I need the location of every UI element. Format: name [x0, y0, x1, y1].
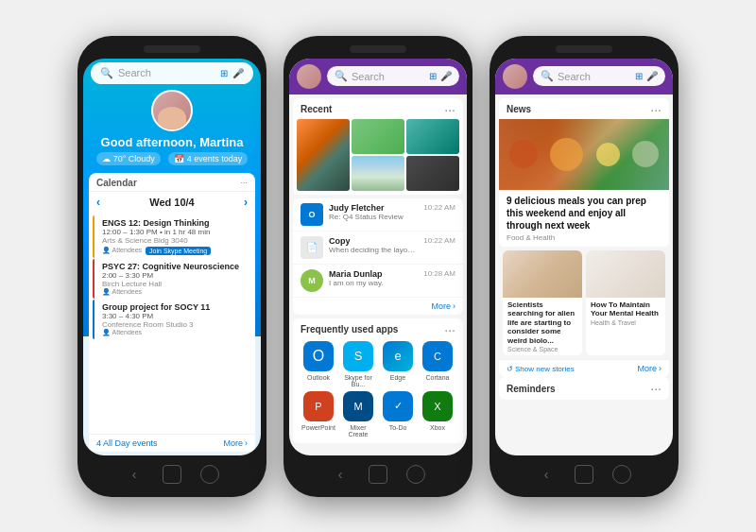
mic-icon-right[interactable]: 🎤: [646, 71, 658, 81]
mixer-app-icon: M: [343, 391, 373, 421]
avatar: [151, 90, 193, 131]
recent-section: Recent ···: [293, 98, 463, 195]
center-screen: 🔍 Search ⊞ 🎤 Recent ···: [289, 59, 467, 455]
msg-item-3[interactable]: M Maria Dunlap I am on my way. 10:28 AM: [293, 265, 463, 298]
news-card-title-1: Scientists searching for alien life are …: [503, 298, 582, 347]
apps-dots[interactable]: ···: [444, 323, 455, 336]
recents-button-center[interactable]: [406, 465, 425, 484]
right-top-bar: 🔍 Search ⊞ 🎤: [495, 59, 673, 94]
prev-date-button[interactable]: ‹: [96, 196, 100, 209]
calendar-card: Calendar ··· ‹ Wed 10/4 › ENGS 12: Desig…: [89, 173, 255, 452]
all-day-link[interactable]: 4 All Day events: [96, 438, 158, 448]
news-hero-image: [499, 119, 669, 190]
back-button-left[interactable]: ‹: [125, 465, 144, 484]
mixer-label: Mixer Create: [340, 424, 376, 438]
calendar-card-header: Calendar ···: [89, 173, 255, 192]
news-card-2[interactable]: How To Maintain Your Mental Health Healt…: [586, 250, 665, 356]
news-card-1[interactable]: Scientists searching for alien life are …: [503, 250, 582, 356]
app-mixer[interactable]: M Mixer Create: [340, 391, 376, 438]
app-cortana[interactable]: C Cortana: [420, 341, 455, 387]
app-ppt[interactable]: P PowerPoint: [301, 391, 336, 438]
avatar-center[interactable]: [297, 64, 321, 89]
news-card-cat-1: Science & Space: [503, 346, 582, 355]
news-headline[interactable]: 9 delicious meals you can prep this week…: [499, 190, 669, 247]
reminders-dots[interactable]: ···: [650, 382, 662, 395]
xbox-label: Xbox: [430, 424, 445, 431]
app-edge[interactable]: e Edge: [380, 341, 416, 387]
photo-thumb-2[interactable]: [352, 119, 404, 154]
phone-screen-left: 🔍 Search ⊞ 🎤 Good afternoon, Martina ☁: [83, 59, 261, 455]
show-stories-link[interactable]: ↺ Show new stories: [507, 365, 575, 373]
cal-item-3[interactable]: Group project for SOCY 11 3:30 – 4:30 PM…: [93, 300, 251, 339]
calendar-icon: 📅: [174, 154, 184, 163]
home-button-center[interactable]: [369, 465, 387, 484]
cal-item-2[interactable]: PSYC 27: Cognitive Neuroscience 2:00 – 3…: [93, 259, 251, 299]
mic-icon-center[interactable]: 🎤: [440, 71, 452, 81]
search-bar-right[interactable]: 🔍 Search ⊞ 🎤: [533, 66, 665, 86]
photo-thumb-3[interactable]: [406, 119, 459, 154]
back-button-center[interactable]: ‹: [331, 465, 350, 484]
calendar-dots[interactable]: ···: [240, 178, 248, 187]
search-bar-left[interactable]: 🔍 Search ⊞ 🎤: [91, 62, 253, 84]
scene: 🔍 Search ⊞ 🎤 Good afternoon, Martina ☁: [59, 17, 697, 516]
photo-thumb-1[interactable]: [297, 119, 350, 191]
apps-title: Frequently used apps: [301, 324, 398, 335]
next-date-button[interactable]: ›: [244, 196, 248, 209]
calendar-footer: 4 All Day events More ›: [89, 434, 255, 452]
cal-item-actions-1: 👤 Attendees Join Skype Meeting: [102, 247, 244, 255]
home-button-right[interactable]: [575, 465, 593, 484]
news-dots[interactable]: ···: [650, 103, 662, 116]
news-grid: Scientists searching for alien life are …: [499, 250, 669, 360]
food-item-3: [596, 143, 620, 166]
recent-dots[interactable]: ···: [444, 103, 455, 116]
phone-right: 🔍 Search ⊞ 🎤 News ···: [490, 36, 679, 497]
more-link-right[interactable]: More ›: [637, 364, 662, 373]
app-skype[interactable]: S Skype for Bu...: [340, 341, 376, 387]
msg-preview-3: I am on my way.: [329, 279, 418, 287]
cal-item-loc-3: Conference Room Studio 3: [102, 320, 244, 329]
cortana-label: Cortana: [426, 374, 450, 381]
messages-footer: More ›: [293, 298, 463, 315]
edge-label: Edge: [390, 374, 405, 381]
photo-thumb-5[interactable]: [406, 156, 459, 191]
news-card-cat-2: Health & Travel: [586, 319, 665, 329]
app-outlook[interactable]: O Outlook: [301, 341, 336, 387]
msg-item-1[interactable]: O Judy Fletcher Re: Q4 Status Review 10:…: [293, 198, 463, 232]
back-button-right[interactable]: ‹: [537, 465, 556, 484]
cast-icon-left[interactable]: ⊞: [220, 68, 228, 78]
search-bar-center[interactable]: 🔍 Search ⊞ 🎤: [327, 66, 459, 86]
cal-item-time-3: 3:30 – 4:30 PM: [102, 312, 244, 320]
recents-button-right[interactable]: [612, 465, 631, 484]
more-link-left[interactable]: More ›: [223, 438, 248, 448]
phone-bottom-bar-left: ‹: [125, 461, 219, 488]
app-xbox[interactable]: X Xbox: [420, 391, 455, 438]
cast-icon-center[interactable]: ⊞: [429, 71, 437, 81]
more-link-center[interactable]: More ›: [431, 301, 455, 311]
search-icon-left: 🔍: [100, 67, 113, 79]
home-button-left[interactable]: [163, 465, 181, 484]
avatar-right[interactable]: [503, 64, 527, 89]
outlook-icon-1: O: [301, 203, 323, 226]
recents-button-left[interactable]: [200, 465, 219, 484]
search-text-right: Search: [558, 71, 631, 82]
skype-badge-1[interactable]: Join Skype Meeting: [146, 247, 211, 255]
skype-app-icon: S: [343, 341, 373, 371]
msg-item-2[interactable]: 📄 Copy When deciding the layou of the do…: [293, 232, 463, 265]
photo-coast: [352, 156, 404, 191]
mic-icon-left[interactable]: 🎤: [232, 68, 244, 78]
news-card-img-2: [586, 250, 665, 298]
search-text-center: Search: [352, 71, 425, 82]
cortana-app-icon: C: [422, 341, 453, 371]
recent-photos: [293, 119, 463, 195]
app-todo[interactable]: ✓ To-Do: [380, 391, 416, 438]
photo-thumb-4[interactable]: [352, 156, 404, 191]
cal-item-1[interactable]: ENGS 12: Design Thinking 12:00 – 1:30 PM…: [93, 215, 251, 258]
cast-icon-right[interactable]: ⊞: [635, 71, 643, 81]
reminders-section: Reminders ···: [499, 377, 669, 400]
phone-notch-center: [350, 45, 406, 53]
phone-notch-left: [144, 45, 200, 53]
msg-time-3: 10:28 AM: [423, 269, 455, 278]
more-arrow-icon-center: ›: [453, 301, 455, 311]
news-headline-category: Food & Health: [507, 233, 662, 242]
news-header: News ···: [499, 98, 669, 119]
